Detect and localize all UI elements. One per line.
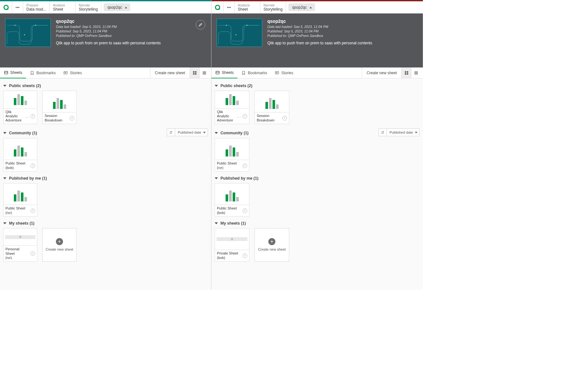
sort-direction-button[interactable] (379, 129, 387, 136)
sheet-card[interactable]: Qlik AnalyticAdventure…i (215, 91, 249, 124)
collapse-icon (3, 85, 6, 87)
nav-step-analyze[interactable]: Analyze Sheet (50, 1, 76, 13)
svg-point-16 (246, 25, 247, 26)
section-public[interactable]: Public sheets (2) (215, 84, 420, 88)
app-logo[interactable] (0, 1, 12, 13)
nav-step-label: Narrate (79, 3, 98, 7)
thumbnail-art-icon (217, 19, 262, 47)
card-title: Breakdown (45, 118, 62, 122)
info-icon[interactable]: i (31, 164, 35, 168)
sheet-card[interactable]: Public Sheet (rvr)i (3, 183, 37, 217)
info-icon[interactable]: i (243, 164, 247, 168)
section-published-by-me[interactable]: Published by me (1) (3, 176, 208, 181)
card-title: Session (45, 114, 62, 118)
thumbnail-art-icon (5, 19, 50, 47)
more-menu[interactable]: ••• (12, 1, 23, 13)
app-selector[interactable]: qsop2qc (104, 4, 130, 11)
nav-step-analyze[interactable]: Analyze Sheet (235, 1, 260, 13)
tab-bookmarks[interactable]: Bookmarks (237, 67, 271, 78)
sheet-card[interactable]: Public Sheet (rvr)i (215, 138, 249, 172)
plus-icon: + (268, 238, 275, 245)
info-icon[interactable]: i (31, 209, 35, 213)
nav-step-label: Analyze (53, 3, 72, 7)
info-icon[interactable]: i (243, 114, 247, 119)
info-icon[interactable]: i (282, 116, 287, 120)
app-meta: qsop2qc Data last loaded: Sep 5, 2023, 1… (56, 19, 161, 62)
info-icon[interactable]: i (31, 251, 35, 256)
sort-control[interactable]: Published date (167, 129, 208, 136)
card-title: (bob) (217, 256, 238, 260)
app-logo[interactable] (211, 1, 224, 13)
content-body: Public sheets (2) Qlik AnalyticAdventure… (0, 78, 211, 290)
section-public[interactable]: Public sheets (2) (3, 84, 208, 88)
svg-rect-25 (415, 71, 418, 72)
list-view-button[interactable] (200, 67, 209, 78)
list-icon (414, 71, 418, 75)
stories-icon (275, 71, 279, 75)
edit-button[interactable] (196, 20, 205, 30)
card-title: Qlik Analytic (5, 110, 23, 118)
nav-step-narrate[interactable]: Narrate Storytelling (76, 1, 101, 13)
bar-chart-icon (4, 183, 37, 205)
card-title: Public Sheet (bob) (5, 161, 29, 170)
info-icon[interactable]: i (31, 114, 35, 119)
sort-control[interactable]: Published date (379, 129, 420, 136)
sheet-card[interactable]: SessionBreakdowni (255, 91, 289, 124)
svg-rect-3 (4, 71, 8, 74)
more-icon[interactable]: … (237, 114, 241, 119)
tab-sheets[interactable]: Sheets (211, 67, 237, 78)
list-view-button[interactable] (411, 67, 421, 78)
bar-chart-icon (43, 91, 76, 112)
tab-label: Sheets (222, 70, 234, 75)
create-new-sheet-link[interactable]: Create new sheet (362, 67, 401, 78)
sort-field-dropdown[interactable]: Published date (387, 129, 420, 136)
nav-step-narrate[interactable]: Narrate Storytelling (260, 1, 286, 13)
sheet-card[interactable]: Public Sheet (bob)i (3, 138, 37, 172)
sheet-card[interactable]: Qlik AnalyticAdventure…i (3, 91, 37, 124)
meta-published: Published: Sep 5, 2023, 11:04 PM (56, 29, 161, 33)
grid-view-button[interactable] (402, 67, 411, 78)
more-icon[interactable]: … (25, 114, 29, 119)
sheet-card[interactable]: Public Sheet (bob)i (215, 183, 249, 217)
svg-rect-21 (405, 71, 406, 72)
section-my-sheets[interactable]: My sheets (1) (3, 221, 208, 226)
section-community[interactable]: Community (1) (215, 131, 379, 135)
nav-step-prepare[interactable]: Prepare Data mod... (23, 1, 50, 13)
grid-view-button[interactable] (190, 67, 200, 78)
section-community[interactable]: Community (1) (3, 131, 167, 135)
card-title: Adventure (5, 118, 23, 122)
svg-rect-23 (405, 73, 406, 74)
card-title: Qlik Analytic (217, 110, 236, 118)
svg-point-1 (24, 34, 25, 35)
collapse-icon (215, 85, 218, 87)
more-menu[interactable]: ••• (224, 1, 235, 13)
app-title: qsop2qc (267, 19, 372, 24)
create-new-sheet-link[interactable]: Create new sheet (150, 67, 190, 78)
collapse-icon (215, 132, 218, 134)
collapse-icon (215, 222, 218, 224)
tab-sheets[interactable]: Sheets (0, 67, 26, 78)
sheet-card[interactable]: SessionBreakdowni (42, 91, 76, 124)
tab-stories[interactable]: Stories (59, 67, 85, 78)
tab-bookmarks[interactable]: Bookmarks (26, 67, 59, 78)
info-icon[interactable]: i (70, 116, 74, 120)
section-published-by-me[interactable]: Published by me (1) (215, 176, 420, 181)
create-label: Create new sheet (46, 247, 73, 252)
plus-icon: + (56, 238, 63, 245)
create-sheet-card[interactable]: + Create new sheet (42, 228, 76, 262)
collapse-icon (215, 177, 218, 179)
section-my-sheets[interactable]: My sheets (1) (215, 221, 420, 226)
info-icon[interactable]: i (243, 209, 247, 213)
bar-chart-icon (4, 91, 37, 108)
app-header: qsop2qc Data last loaded: Sep 5, 2023, 1… (0, 13, 211, 67)
nav-step-sub: Sheet (53, 7, 72, 12)
tab-stories[interactable]: Stories (271, 67, 297, 78)
info-icon[interactable]: i (243, 254, 247, 258)
content-body: Public sheets (2) Qlik AnalyticAdventure… (211, 78, 423, 290)
sheet-card[interactable]: A Private Sheet(bob)i (215, 228, 249, 262)
app-selector[interactable]: qsop2qc (289, 4, 315, 11)
sheet-card[interactable]: A Personal Sheet(rvr)i (3, 228, 37, 262)
sort-direction-button[interactable] (167, 129, 175, 136)
sort-field-dropdown[interactable]: Published date (175, 129, 208, 136)
create-sheet-card[interactable]: + Create new sheet (255, 228, 289, 262)
